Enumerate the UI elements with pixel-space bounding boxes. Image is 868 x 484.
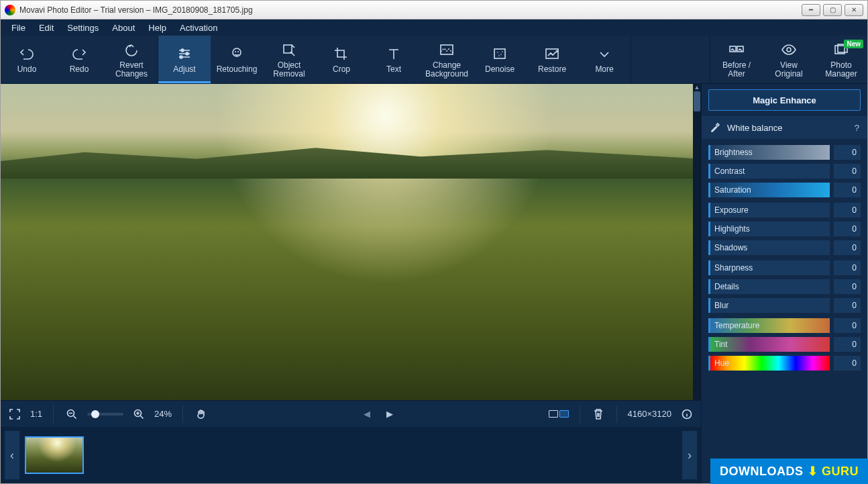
- redo-button[interactable]: Redo: [53, 36, 105, 83]
- slider-track-details[interactable]: Details: [708, 279, 830, 294]
- svg-point-5: [237, 51, 239, 52]
- slider-track-shadows[interactable]: Shadows: [708, 240, 830, 255]
- image-dimensions: 4160×3120: [628, 409, 671, 419]
- slider-value-hue[interactable]: 0: [834, 356, 861, 371]
- denoise-button[interactable]: Denoise: [474, 36, 526, 83]
- fullscreen-icon[interactable]: [7, 407, 22, 422]
- delete-icon[interactable]: [591, 407, 606, 422]
- slider-label: Saturation: [714, 185, 751, 195]
- adjust-button[interactable]: Adjust: [158, 36, 211, 83]
- beforeafter-button[interactable]: Before / After: [710, 36, 763, 83]
- objrem-button[interactable]: Object Removal: [263, 36, 315, 83]
- denoise-label: Denoise: [485, 65, 514, 74]
- menu-activation[interactable]: Activation: [173, 21, 224, 35]
- text-button[interactable]: Text: [368, 36, 420, 83]
- slider-value-sharpness[interactable]: 0: [834, 260, 861, 275]
- slider-highlights: Highlights0: [708, 221, 861, 237]
- minimize-button[interactable]: ━: [802, 4, 820, 16]
- magic-enhance-button[interactable]: Magic Enhance: [708, 89, 861, 111]
- slider-track-contrast[interactable]: Contrast: [708, 164, 830, 179]
- slider-value-highlights[interactable]: 0: [834, 222, 861, 236]
- slider-track-hue[interactable]: Hue: [708, 356, 830, 371]
- zoom-percent: 24%: [154, 409, 172, 419]
- info-icon[interactable]: [680, 407, 694, 422]
- menubar: FileEditSettingsAboutHelpActivation: [1, 19, 867, 36]
- adjust-panel: Magic Enhance White balance ? Brightness…: [701, 84, 867, 483]
- menu-settings[interactable]: Settings: [60, 21, 105, 35]
- slider-value-blur[interactable]: 0: [834, 298, 861, 313]
- scrollbar-thumb[interactable]: [694, 91, 700, 111]
- menu-edit[interactable]: Edit: [32, 21, 60, 35]
- zoom-out-icon[interactable]: [64, 407, 79, 422]
- slider-value-saturation[interactable]: 0: [834, 183, 861, 197]
- photomgr-button[interactable]: Photo ManagerNew: [815, 36, 867, 83]
- restore-icon: [544, 46, 560, 61]
- menu-help[interactable]: Help: [142, 21, 173, 35]
- vieworig-button[interactable]: View Original: [763, 36, 815, 83]
- thumbnail[interactable]: [25, 436, 84, 474]
- more-label: More: [595, 65, 613, 74]
- slider-track-exposure[interactable]: Exposure: [708, 203, 830, 217]
- zoom-in-icon[interactable]: [131, 407, 146, 422]
- slider-value-contrast[interactable]: 0: [834, 164, 861, 179]
- slider-track-saturation[interactable]: Saturation: [708, 183, 830, 197]
- slider-value-temperature[interactable]: 0: [834, 318, 861, 333]
- objrem-label: Object Removal: [273, 61, 305, 79]
- thumb-prev-button[interactable]: ‹: [5, 431, 19, 479]
- crop-button[interactable]: Crop: [315, 36, 368, 83]
- slider-temperature: Temperature0: [708, 318, 861, 334]
- fit-mode-toggle[interactable]: [549, 410, 569, 418]
- slider-label: Shadows: [714, 243, 747, 252]
- thumb-next-button[interactable]: ›: [682, 431, 697, 479]
- slider-brightness: Brightness0: [708, 144, 861, 160]
- hand-pan-icon[interactable]: [194, 407, 209, 422]
- redo-icon: [71, 46, 87, 61]
- slider-value-shadows[interactable]: 0: [834, 240, 861, 255]
- vertical-scrollbar[interactable]: ▲: [693, 84, 701, 400]
- slider-track-brightness[interactable]: Brightness: [708, 145, 830, 160]
- undo-button[interactable]: Undo: [1, 36, 53, 83]
- prev-image-icon[interactable]: ◀: [360, 407, 374, 422]
- beforeafter-icon: [728, 42, 745, 57]
- more-button[interactable]: More: [578, 36, 631, 83]
- svg-point-0: [181, 49, 184, 52]
- slider-value-tint[interactable]: 0: [834, 337, 861, 352]
- revert-button[interactable]: Revert Changes: [105, 36, 158, 83]
- photo-canvas[interactable]: [1, 84, 701, 400]
- slider-track-blur[interactable]: Blur: [708, 298, 830, 313]
- slider-track-sharpness[interactable]: Sharpness: [708, 260, 830, 275]
- zoom-slider[interactable]: [87, 413, 123, 416]
- slider-blur: Blur0: [708, 297, 861, 313]
- slider-track-highlights[interactable]: Highlights: [708, 222, 830, 236]
- canvas-viewport[interactable]: ▲: [1, 84, 701, 400]
- restore-label: Restore: [538, 65, 566, 74]
- menu-about[interactable]: About: [105, 21, 142, 35]
- slider-value-exposure[interactable]: 0: [834, 203, 861, 217]
- slider-value-brightness[interactable]: 0: [834, 145, 861, 160]
- slider-track-temperature[interactable]: Temperature: [708, 318, 830, 333]
- crop-icon: [333, 46, 349, 61]
- one-to-one-button[interactable]: 1:1: [30, 409, 42, 419]
- slider-label: Contrast: [714, 166, 745, 176]
- retouch-label: Retouching: [217, 65, 258, 74]
- close-button[interactable]: ✕: [845, 4, 863, 16]
- slider-sharpness: Sharpness0: [708, 260, 861, 276]
- slider-label: Details: [714, 282, 739, 291]
- white-balance-row[interactable]: White balance ?: [702, 116, 867, 139]
- eyedropper-icon: [710, 122, 720, 133]
- next-image-icon[interactable]: ▶: [382, 407, 397, 422]
- retouch-icon: [229, 46, 245, 61]
- changebg-button[interactable]: Change Background: [420, 36, 474, 83]
- svg-point-10: [500, 54, 502, 55]
- retouch-button[interactable]: Retouching: [211, 36, 263, 83]
- changebg-label: Change Background: [425, 61, 468, 79]
- slider-track-tint[interactable]: Tint: [708, 337, 830, 352]
- slider-value-details[interactable]: 0: [834, 279, 861, 294]
- sliders-container: Brightness0Contrast0Saturation0Exposure0…: [708, 144, 861, 371]
- slider-contrast: Contrast0: [708, 163, 861, 179]
- restore-button[interactable]: Restore: [526, 36, 578, 83]
- help-icon[interactable]: ?: [855, 123, 859, 133]
- menu-file[interactable]: File: [5, 21, 32, 35]
- svg-point-2: [180, 56, 182, 58]
- maximize-button[interactable]: ▢: [823, 4, 842, 16]
